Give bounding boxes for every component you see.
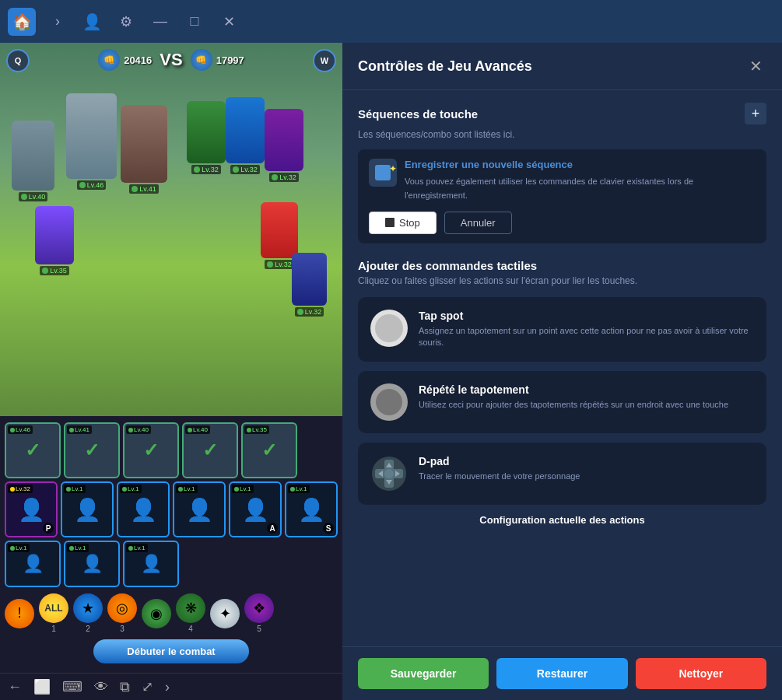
skill-purple[interactable]: ❖ 5 [244,593,274,633]
panel-header: Contrôles de Jeu Avancés ✕ [342,43,782,90]
character-1: Lv.40 [12,121,54,201]
keyboard-icon[interactable]: ⌨ [62,678,82,695]
minimize-icon[interactable]: — [148,9,173,34]
hero-check-5: ✓ [261,439,277,461]
character-9: Lv.32 [292,253,327,317]
repeat-tap-card[interactable]: Répété le tapotement Utilisez ceci pour … [358,371,766,433]
dpad-text: D-pad Tracer le mouvement de votre perso… [419,455,580,482]
panel-title: Contrôles de Jeu Avancés [358,58,532,75]
hero-slot-4[interactable]: Lv.40 ✓ [182,422,238,478]
player-left-score: 👊 20416 [98,49,152,71]
copy-icon[interactable]: ⧉ [120,679,130,695]
touch-commands-subtitle: Cliquez ou faites glisser les actions su… [358,275,766,286]
game-panel: Q W 👊 20416 VS 👊 17997 Lv.40 [0,43,342,700]
character-4: Lv.35 [35,206,74,275]
hero-slot-7[interactable]: Lv.1 👤 [61,481,114,537]
character-7: Lv.32 [265,109,303,182]
skill-all[interactable]: ALL 1 [39,593,68,633]
close-topbar-icon[interactable]: ✕ [216,9,241,34]
add-sequence-button[interactable]: + [745,103,766,124]
right-panel: Contrôles de Jeu Avancés ✕ Séquences de … [342,43,782,700]
battle-score-bar: 👊 20416 VS 👊 17997 [0,49,342,71]
skill-white-star[interactable]: ✦ [210,599,240,628]
hero-slot-13[interactable]: Lv.1 👤 [64,541,120,587]
maximize-icon[interactable]: □ [182,9,207,34]
tap-spot-text: Tap spot Assignez un tapotement sur un p… [419,310,754,349]
dpad-desc: Tracer le mouvement de votre personnage [419,471,580,482]
close-panel-button[interactable]: ✕ [745,55,766,77]
main-layout: Q W 👊 20416 VS 👊 17997 Lv.40 [0,43,782,700]
hero-slot-6[interactable]: Lv.32 👤 P [5,481,58,537]
hero-check-1: ✓ [25,439,40,461]
hero-slot-2[interactable]: Lv.41 ✓ [64,422,120,478]
hero-row-2: Lv.32 👤 P Lv.1 👤 Lv.1 👤 Lv.1 👤 Lv. [5,481,338,537]
sequences-title: Séquences de touche [358,107,478,121]
config-title: Configuration actuelle des actions [358,514,766,526]
combat-button[interactable]: Débuter le combat [93,639,249,663]
touch-commands-title: Ajouter des commandes tactiles [358,259,766,272]
dpad-card[interactable]: D-pad Tracer le mouvement de votre perso… [358,443,766,505]
hero-slot-12[interactable]: Lv.1 👤 [5,541,61,587]
tap-spot-card[interactable]: Tap spot Assignez un tapotement sur un p… [358,297,766,362]
chevron-right-icon[interactable]: › [165,679,170,695]
cancel-button[interactable]: Annuler [444,212,512,234]
tap-spot-name: Tap spot [419,310,754,322]
home-icon[interactable]: 🏠 [8,8,36,36]
svg-point-3 [384,469,394,478]
screen-view-icon[interactable]: 👁 [94,679,108,695]
save-button[interactable]: Sauvegarder [358,658,489,689]
vs-label: VS [160,50,182,70]
character-3: Lv.41 [121,105,167,194]
skill-warning[interactable]: ! [5,599,34,628]
hero-check-4: ✓ [202,439,218,461]
right-score-value: 17997 [216,54,244,66]
character-5: Lv.32 [187,101,226,174]
chevron-icon[interactable]: › [45,9,70,34]
record-link[interactable]: Enregistrer une nouvelle séquence [405,159,756,170]
expand-icon[interactable]: ⤢ [142,678,153,695]
stop-button[interactable]: Stop [369,212,437,234]
window-icon[interactable]: ⬜ [33,678,51,695]
panel-content: Séquences de touche + Les séquences/comb… [342,90,782,646]
left-score-value: 20416 [124,54,152,66]
hero-slot-9[interactable]: Lv.1 👤 [173,481,226,537]
action-bar: Sauvegarder Restaurer Nettoyer [342,646,782,700]
hero-slot-11[interactable]: Lv.1 👤 S [285,481,338,537]
avatar-icon[interactable]: 👤 [79,9,104,34]
stop-square-icon [385,218,395,227]
hero-row-1: Lv.46 ✓ Lv.41 ✓ Lv.40 ✓ Lv.40 ✓ Lv.35 [5,422,338,478]
sequences-subtitle: Les séquences/combo sont listées ici. [358,129,766,140]
back-icon[interactable]: ← [8,679,22,695]
hero-slot-3[interactable]: Lv.40 ✓ [123,422,179,478]
right-score-icon: 👊 [191,49,212,71]
skill-star[interactable]: ★ 2 [73,593,103,633]
skill-dark-green[interactable]: ❋ 4 [176,593,205,633]
battle-area: Q W 👊 20416 VS 👊 17997 Lv.40 [0,43,342,416]
recording-top: Enregistrer une nouvelle séquence Vous p… [369,159,756,202]
settings-icon[interactable]: ⚙ [114,9,139,34]
tap-spot-icon [370,310,408,347]
repeat-tap-icon [370,383,408,421]
record-icon [369,159,397,187]
hero-check-3: ✓ [143,439,159,461]
bottom-toolbar: ← ⬜ ⌨ 👁 ⧉ ⤢ › [0,673,342,700]
repeat-tap-text: Répété le tapotement Utilisez ceci pour … [419,383,728,411]
restore-button[interactable]: Restaurer [496,658,627,689]
hero-slot-1[interactable]: Lv.46 ✓ [5,422,61,478]
character-6: Lv.32 [226,97,265,174]
dpad-name: D-pad [419,455,580,467]
config-section: Configuration actuelle des actions [358,514,766,526]
record-desc: Vous pouvez également utiliser les comma… [405,177,693,200]
skill-orange[interactable]: ◎ 3 [107,593,137,633]
repeat-tap-name: Répété le tapotement [419,383,728,396]
recording-box: Enregistrer une nouvelle séquence Vous p… [358,149,766,243]
hero-slot-10[interactable]: Lv.1 👤 A [229,481,282,537]
skill-green[interactable]: ◉ [142,599,171,628]
top-bar: 🏠 › 👤 ⚙ — □ ✕ [0,0,782,43]
player-right-score: 👊 17997 [191,49,244,71]
hero-slot-14[interactable]: Lv.1 👤 [123,541,179,587]
character-2: Lv.46 [66,93,117,190]
clean-button[interactable]: Nettoyer [636,658,766,689]
hero-slot-8[interactable]: Lv.1 👤 [117,481,170,537]
hero-slot-5[interactable]: Lv.35 ✓ [241,422,297,478]
